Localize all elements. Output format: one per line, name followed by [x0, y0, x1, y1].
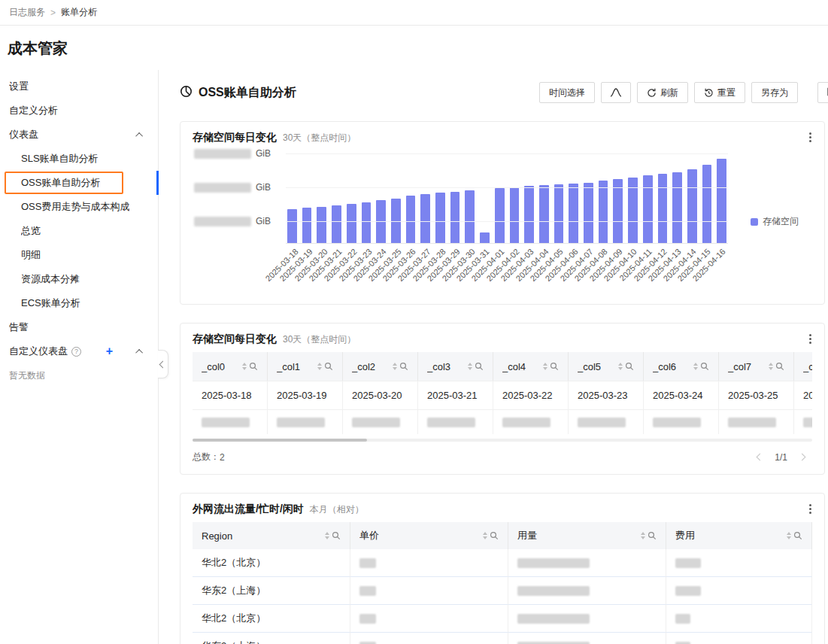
main-content: OSS账单自助分析 时间选择	[159, 70, 828, 644]
sidebar-item-label: 仪表盘	[9, 128, 38, 141]
search-filter-icon[interactable]	[793, 531, 802, 540]
next-page-button[interactable]	[799, 454, 806, 461]
card-menu-button[interactable]	[805, 131, 815, 144]
chart-legend[interactable]: 存储空间	[751, 215, 799, 228]
chart-bar	[495, 188, 505, 243]
redacted-value	[502, 418, 550, 427]
sort-icon[interactable]	[468, 363, 472, 370]
search-filter-icon[interactable]	[475, 362, 484, 371]
chart-bar	[569, 184, 578, 243]
region-cell: 华东2（上海）	[193, 577, 350, 605]
chart-bar	[584, 183, 593, 243]
sort-icon[interactable]	[325, 532, 329, 539]
data-table: Region单价用量费用 华北2（北京）华东2（上海）华北2（北京）华东2（上海…	[193, 522, 812, 644]
add-dashboard-button[interactable]: +	[105, 345, 114, 358]
column-header-label: _col8	[803, 361, 812, 372]
trend-curve-button[interactable]	[601, 82, 631, 103]
sidebar-item[interactable]: 自定义仪表盘?+	[0, 339, 158, 363]
table-cell	[644, 410, 719, 434]
scrollbar-thumb[interactable]	[193, 439, 367, 442]
sidebar-collapse-handle[interactable]	[158, 350, 168, 378]
search-filter-icon[interactable]	[399, 362, 408, 371]
sort-icon[interactable]	[618, 363, 623, 370]
redacted-value	[728, 418, 776, 427]
column-header-label: _col7	[728, 361, 766, 372]
help-icon[interactable]: ?	[71, 347, 81, 357]
time-select-button[interactable]: 时间选择	[539, 82, 595, 103]
sort-icon[interactable]	[787, 532, 791, 539]
save-as-button[interactable]: 另存为	[751, 82, 798, 103]
chart-bar	[302, 208, 312, 243]
sort-icon[interactable]	[393, 363, 397, 370]
sidebar-item[interactable]: 资源成本分摊	[0, 267, 158, 291]
sidebar-item[interactable]: 仪表盘	[0, 123, 158, 147]
table-row: 华东2（上海）	[193, 577, 812, 605]
sort-icon[interactable]	[483, 532, 487, 539]
card-title: 外网流出流量/忙时/闲时	[193, 503, 304, 516]
sort-icon[interactable]	[543, 363, 547, 370]
search-filter-icon[interactable]	[775, 362, 784, 371]
search-filter-icon[interactable]	[324, 362, 333, 371]
chevron-up-icon[interactable]	[138, 132, 143, 138]
sort-icon[interactable]	[317, 363, 322, 370]
search-filter-icon[interactable]	[648, 531, 657, 540]
save-as-label: 另存为	[761, 87, 788, 99]
sidebar-item[interactable]: SLS账单自助分析	[0, 147, 158, 171]
search-filter-icon[interactable]	[332, 531, 341, 540]
sidebar-item[interactable]: 总览	[0, 219, 158, 243]
sort-icon[interactable]	[641, 532, 645, 539]
chart-bar	[406, 196, 416, 243]
chart-plot-area	[286, 153, 728, 244]
header-actions: 时间选择 刷新	[533, 82, 825, 103]
sidebar-item-label: 资源成本分摊	[21, 272, 80, 286]
search-filter-icon[interactable]	[625, 362, 634, 371]
sidebar-item-selected[interactable]: OSS账单自助分析	[0, 171, 158, 195]
chart-bar	[613, 179, 623, 243]
search-filter-icon[interactable]	[700, 362, 709, 371]
column-header: _col2	[343, 352, 418, 381]
column-header: 单价	[350, 522, 508, 549]
column-header: Region	[193, 522, 350, 549]
page-title-row: 成本管家	[0, 26, 828, 70]
y-axis-tick: GiB	[194, 182, 271, 193]
reset-clock-icon	[704, 88, 714, 98]
column-header-label: _col0	[202, 361, 239, 372]
table-cell	[666, 633, 812, 644]
sidebar-item-label: OSS账单自助分析	[21, 176, 100, 190]
sidebar-item[interactable]: 明细	[0, 243, 158, 267]
prev-page-button[interactable]	[757, 454, 764, 461]
bar-chart: GiB GiB GiB 2025-03-182025-03-192025-03-…	[193, 153, 812, 293]
legend-label: 存储空间	[763, 215, 799, 228]
column-header-label: Region	[202, 530, 322, 542]
chevron-up-icon[interactable]	[138, 349, 143, 354]
y-unit-label: GiB	[256, 216, 271, 226]
sidebar-item[interactable]: OSS费用走势与成本构成	[0, 195, 158, 219]
sidebar-item[interactable]: 设置	[0, 74, 158, 99]
sort-icon[interactable]	[769, 363, 773, 370]
sidebar-item[interactable]: ECS账单分析	[0, 291, 158, 315]
search-filter-icon[interactable]	[490, 531, 499, 540]
card-menu-button[interactable]	[805, 333, 815, 345]
card-subtitle: 30天（整点时间）	[283, 333, 356, 346]
search-filter-icon[interactable]	[550, 362, 559, 371]
card-menu-button[interactable]	[805, 503, 815, 515]
data-table: _col0_col1_col2_col3_col4_col5_col6_col7…	[193, 352, 812, 434]
reset-button[interactable]: 重置	[694, 82, 745, 103]
chart-bar	[554, 184, 564, 243]
redacted-value	[675, 642, 690, 644]
table-cell	[508, 633, 666, 644]
table-header-row: Region单价用量费用	[193, 522, 812, 549]
feedback-button[interactable]	[817, 82, 828, 103]
sidebar-item[interactable]: 自定义分析	[0, 99, 158, 123]
search-filter-icon[interactable]	[249, 362, 258, 371]
redacted-value	[675, 614, 690, 624]
breadcrumb-root-link[interactable]: 日志服务	[9, 6, 45, 19]
gridline	[286, 187, 728, 188]
sidebar-item-label: 明细	[21, 248, 41, 262]
chart-bar	[347, 204, 356, 243]
x-axis-labels: 2025-03-182025-03-192025-03-202025-03-21…	[286, 245, 728, 292]
sort-icon[interactable]	[693, 363, 698, 370]
sidebar-item[interactable]: 告警	[0, 315, 158, 339]
refresh-button[interactable]: 刷新	[637, 82, 688, 103]
sort-icon[interactable]	[242, 363, 247, 370]
